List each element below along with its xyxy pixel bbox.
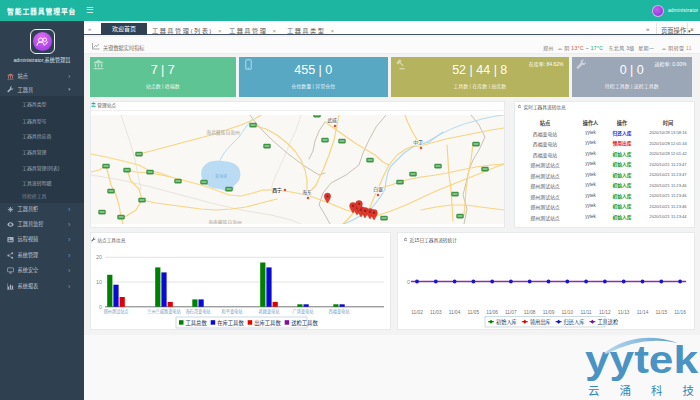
svg-text:巩姚变电站: 巩姚变电站 (259, 308, 280, 315)
svg-text:20: 20 (96, 254, 102, 260)
svg-text:11/12: 11/12 (599, 310, 611, 315)
svg-text:归还入库: 归还入库 (564, 318, 585, 326)
svg-text:广场变电站: 广场变电站 (293, 308, 314, 315)
svg-text:yytek: yytek (585, 339, 699, 381)
svg-text:青海湖: 青海湖 (215, 173, 227, 179)
svg-text:10: 10 (96, 279, 102, 285)
svg-text:出库工具数: 出库工具数 (254, 319, 281, 327)
svg-text:海南藏族自治州: 海南藏族自治州 (208, 219, 242, 224)
svg-text:11/04: 11/04 (449, 310, 461, 315)
svg-text:11/09: 11/09 (543, 310, 555, 315)
svg-text:武威: 武威 (327, 117, 337, 124)
svg-text:11/07: 11/07 (505, 310, 517, 315)
svg-text:西福变电站: 西福变电站 (329, 308, 350, 315)
svg-text:初始入库: 初始入库 (496, 318, 517, 326)
svg-text:送检工具数: 送检工具数 (291, 319, 318, 327)
svg-text:兰州兰威路变电站: 兰州兰威路变电站 (147, 308, 181, 315)
svg-text:工具总数: 工具总数 (186, 319, 208, 327)
svg-text:西宁: 西宁 (272, 187, 282, 194)
svg-text:云涌科技: 云涌科技 (588, 384, 700, 397)
svg-text:白银: 白银 (373, 186, 383, 193)
svg-text:海石湾变电站: 海石湾变电站 (185, 308, 210, 315)
svg-text:11/05: 11/05 (468, 310, 480, 315)
svg-text:海东: 海东 (302, 189, 312, 196)
svg-text:中卫: 中卫 (413, 139, 423, 146)
svg-text:11/13: 11/13 (618, 310, 630, 315)
svg-text:郑州测试站点: 郑州测试站点 (103, 308, 128, 315)
svg-text:11/15: 11/15 (655, 310, 667, 315)
svg-text:0: 0 (99, 304, 102, 310)
svg-text:和平变电站: 和平变电站 (222, 308, 243, 315)
svg-text:11/16: 11/16 (674, 310, 686, 315)
svg-text:海北藏族自治州: 海北藏族自治州 (206, 129, 240, 136)
svg-text:11/03: 11/03 (430, 310, 442, 315)
svg-text:领用出库: 领用出库 (530, 318, 551, 326)
svg-text:在库工具数: 在库工具数 (217, 319, 244, 327)
svg-text:11/02: 11/02 (411, 310, 423, 315)
svg-text:11/08: 11/08 (524, 310, 536, 315)
svg-text:11/14: 11/14 (637, 310, 649, 315)
svg-text:0: 0 (407, 279, 410, 285)
svg-text:工具送检: 工具送检 (597, 318, 618, 326)
svg-text:11/11: 11/11 (580, 310, 592, 315)
svg-text:11/10: 11/10 (561, 310, 573, 315)
svg-text:11/06: 11/06 (486, 310, 498, 315)
